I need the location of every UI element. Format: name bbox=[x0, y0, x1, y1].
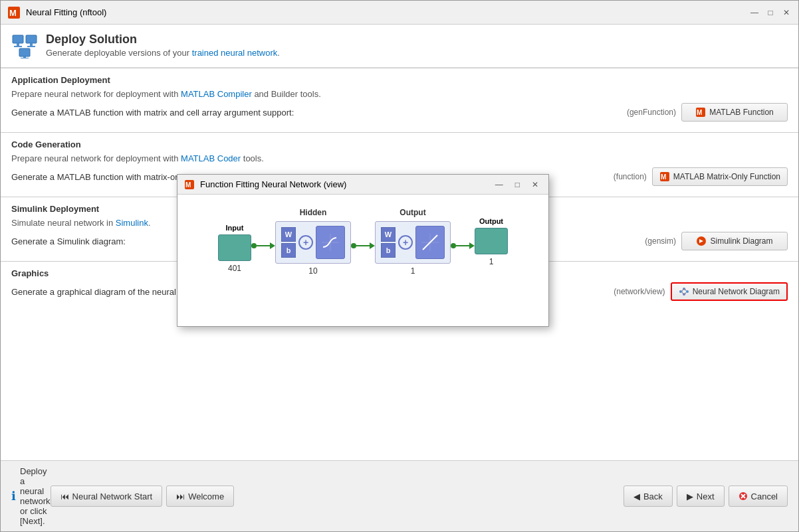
svg-rect-9 bbox=[23, 56, 26, 58]
svg-rect-8 bbox=[19, 48, 30, 56]
page-title: Deploy Solution bbox=[46, 33, 280, 46]
svg-rect-7 bbox=[27, 46, 35, 47]
simulink-diagram-button[interactable]: Simulink Diagram bbox=[681, 232, 788, 250]
plus-circle-output: + bbox=[398, 235, 413, 250]
arrow3 bbox=[451, 242, 475, 249]
nn-popup-titlebar: M Function Fitting Neural Network (view)… bbox=[177, 175, 548, 195]
matrix-function-right: (function) M MATLAB Matrix-Only Function bbox=[614, 167, 788, 186]
page-description: Generate deployable versions of your tra… bbox=[46, 48, 280, 58]
svg-point-20 bbox=[686, 290, 689, 293]
wb-col-output: W b bbox=[381, 227, 396, 258]
svg-text:M: M bbox=[661, 173, 666, 181]
plus-circle-hidden: + bbox=[298, 235, 313, 250]
hidden-number: 10 bbox=[308, 266, 317, 276]
sigmoid-box-hidden bbox=[316, 226, 345, 259]
svg-rect-6 bbox=[30, 43, 33, 46]
neural-start-icon: ⏮ bbox=[60, 491, 69, 501]
gen-function-code: (genFunction) bbox=[627, 108, 676, 117]
matlab-matrix-icon: M bbox=[659, 171, 670, 182]
nn-popup-minimize[interactable]: — bbox=[492, 179, 507, 191]
matlab-icon: M bbox=[695, 107, 706, 118]
simulink-link[interactable]: Simulink bbox=[116, 218, 148, 228]
header-text: Deploy Solution Generate deployable vers… bbox=[46, 33, 280, 58]
info-icon: ℹ bbox=[11, 489, 16, 503]
main-window: M Neural Fitting (nftool) — □ ✕ bbox=[0, 0, 799, 532]
application-deployment-section: Application Deployment Prepare neural ne… bbox=[1, 68, 798, 132]
matrix-function-code: (function) bbox=[614, 172, 647, 181]
svg-point-18 bbox=[683, 288, 685, 290]
code-generation-title: Code Generation bbox=[11, 139, 788, 149]
w-box-hidden: W bbox=[281, 227, 296, 242]
output-group: Output 1 bbox=[475, 217, 508, 266]
next-arrow-icon: ▶ bbox=[687, 491, 693, 501]
welcome-button[interactable]: ⏭ Welcome bbox=[166, 486, 234, 507]
nn-diagram-right: (network/view) Neural Network D bbox=[614, 282, 788, 301]
matlab-compiler-link[interactable]: MATLAB Compiler bbox=[181, 89, 252, 99]
hidden-layer-box: W b + bbox=[275, 221, 351, 264]
matlab-coder-link[interactable]: MATLAB Coder bbox=[181, 153, 241, 163]
b-box-output: b bbox=[381, 243, 396, 258]
minimize-button[interactable]: — bbox=[749, 7, 760, 18]
output-label: Output bbox=[479, 217, 503, 225]
wb-col-hidden: W b bbox=[281, 227, 296, 258]
window-controls: — □ ✕ bbox=[749, 7, 792, 18]
svg-line-22 bbox=[682, 292, 683, 294]
nn-popup-title: Function Fitting Neural Network (view) bbox=[200, 179, 487, 189]
arrow2 bbox=[351, 242, 375, 249]
hidden-label: Hidden bbox=[300, 208, 327, 217]
svg-point-19 bbox=[683, 293, 685, 296]
nn-popup-window: M Function Fitting Neural Network (view)… bbox=[177, 174, 549, 327]
svg-text:M: M bbox=[185, 181, 191, 189]
nn-diagram: Input 401 Hidden bbox=[188, 201, 538, 276]
simulink-code: (gensim) bbox=[645, 236, 676, 246]
svg-text:M: M bbox=[697, 109, 702, 116]
simulink-icon bbox=[696, 236, 707, 246]
code-generation-desc: Prepare neural network for deployment wi… bbox=[11, 153, 788, 163]
gen-function-label: Generate a MATLAB function with matrix a… bbox=[11, 108, 627, 118]
nn-popup-controls: — □ ✕ bbox=[492, 179, 542, 191]
svg-text:M: M bbox=[9, 8, 17, 18]
back-arrow-icon: ◀ bbox=[633, 491, 640, 501]
linear-box-output bbox=[415, 226, 445, 259]
output-layer-box: W b + bbox=[375, 221, 451, 264]
matlab-function-button[interactable]: M MATLAB Function bbox=[681, 103, 788, 122]
application-deployment-row: Generate a MATLAB function with matrix a… bbox=[11, 103, 788, 122]
welcome-icon: ⏭ bbox=[176, 491, 185, 501]
cancel-button[interactable]: Cancel bbox=[729, 486, 788, 507]
hidden-layer-group: Hidden W b + bbox=[275, 208, 351, 276]
input-layer-group: Input 401 bbox=[218, 211, 251, 273]
svg-line-21 bbox=[682, 290, 683, 292]
neural-network-diagram-button[interactable]: Neural Network Diagram bbox=[671, 282, 788, 301]
nn-popup-close[interactable]: ✕ bbox=[528, 179, 542, 191]
input-number: 401 bbox=[228, 264, 241, 273]
footer-info: ℹ Deploy a neural network or click [Next… bbox=[11, 466, 51, 526]
header-icon bbox=[11, 33, 38, 59]
output-layer-number: 1 bbox=[411, 266, 415, 276]
svg-rect-10 bbox=[21, 58, 29, 58]
header: Deploy Solution Generate deployable vers… bbox=[1, 25, 798, 68]
close-button[interactable]: ✕ bbox=[781, 7, 792, 18]
sigmoid-icon bbox=[320, 232, 340, 252]
application-deployment-title: Application Deployment bbox=[11, 75, 788, 85]
matlab-matrix-function-button[interactable]: M MATLAB Matrix-Only Function bbox=[652, 167, 788, 186]
app-icon: M bbox=[7, 6, 21, 19]
nn-diagram-code: (network/view) bbox=[614, 287, 665, 296]
output-layer-label: Output bbox=[400, 208, 425, 217]
next-button[interactable]: ▶ Next bbox=[677, 486, 725, 507]
maximize-button[interactable]: □ bbox=[765, 7, 776, 18]
arrow1 bbox=[251, 242, 275, 249]
output-number: 1 bbox=[489, 257, 494, 266]
nn-popup-maximize[interactable]: □ bbox=[512, 179, 523, 191]
input-box bbox=[218, 234, 251, 261]
svg-rect-4 bbox=[14, 46, 22, 47]
svg-line-23 bbox=[685, 289, 686, 291]
application-deployment-desc: Prepare neural network for deployment wi… bbox=[11, 89, 788, 99]
input-label: Input bbox=[226, 224, 244, 232]
window-title: Neural Fitting (nftool) bbox=[26, 7, 744, 17]
b-box-hidden: b bbox=[281, 243, 296, 258]
titlebar: M Neural Fitting (nftool) — □ ✕ bbox=[1, 1, 798, 25]
simulink-diagram-right: (gensim) Simulink Diagram bbox=[645, 232, 788, 250]
back-button[interactable]: ◀ Back bbox=[624, 486, 673, 507]
neural-network-start-button[interactable]: ⏮ Neural Network Start bbox=[51, 486, 163, 507]
trained-network-link[interactable]: trained neural network bbox=[192, 48, 278, 58]
